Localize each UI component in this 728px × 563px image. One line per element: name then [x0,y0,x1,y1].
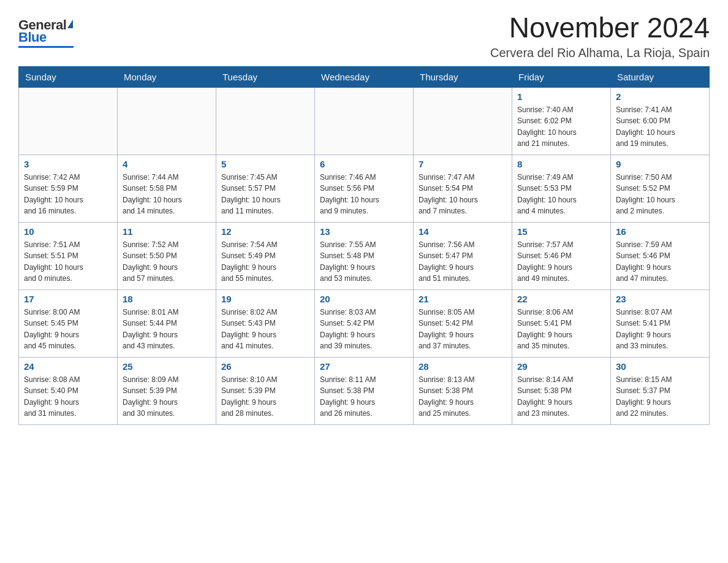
day-number: 14 [419,226,507,237]
calendar-cell: 30Sunrise: 8:15 AM Sunset: 5:37 PM Dayli… [611,357,710,424]
calendar-cell: 2Sunrise: 7:41 AM Sunset: 6:00 PM Daylig… [611,87,710,155]
calendar-cell: 1Sunrise: 7:40 AM Sunset: 6:02 PM Daylig… [512,87,611,155]
day-number: 3 [24,159,112,169]
day-info: Sunrise: 8:01 AM Sunset: 5:44 PM Dayligh… [123,307,211,352]
calendar-cell [216,87,315,155]
day-number: 18 [123,294,211,304]
calendar-cell: 14Sunrise: 7:56 AM Sunset: 5:47 PM Dayli… [414,222,512,289]
calendar-cell: 25Sunrise: 8:09 AM Sunset: 5:39 PM Dayli… [118,357,216,424]
calendar-cell: 23Sunrise: 8:07 AM Sunset: 5:41 PM Dayli… [611,289,710,357]
day-info: Sunrise: 8:09 AM Sunset: 5:39 PM Dayligh… [123,374,211,419]
day-number: 4 [123,159,211,169]
day-number: 9 [616,159,704,169]
calendar-header: SundayMondayTuesdayWednesdayThursdayFrid… [19,66,710,87]
calendar-cell [118,87,216,155]
day-number: 29 [517,361,605,372]
day-info: Sunrise: 8:14 AM Sunset: 5:38 PM Dayligh… [517,374,605,419]
day-info: Sunrise: 7:56 AM Sunset: 5:47 PM Dayligh… [419,239,507,285]
day-number: 6 [320,159,408,169]
day-number: 21 [419,294,507,304]
calendar-cell: 11Sunrise: 7:52 AM Sunset: 5:50 PM Dayli… [118,222,216,289]
day-info: Sunrise: 7:46 AM Sunset: 5:56 PM Dayligh… [320,172,408,217]
day-number: 26 [221,361,309,372]
day-info: Sunrise: 7:50 AM Sunset: 5:52 PM Dayligh… [616,172,704,217]
day-header-saturday: Saturday [611,66,710,87]
calendar-cell: 7Sunrise: 7:47 AM Sunset: 5:54 PM Daylig… [414,155,512,222]
month-title: November 2024 [490,12,710,44]
day-number: 25 [123,361,211,372]
calendar-cell [19,87,118,155]
day-number: 16 [616,226,704,237]
logo: General Blue [18,18,74,48]
day-header-row: SundayMondayTuesdayWednesdayThursdayFrid… [19,66,710,87]
calendar-cell [315,87,414,155]
day-header-thursday: Thursday [414,66,512,87]
calendar-week-5: 24Sunrise: 8:08 AM Sunset: 5:40 PM Dayli… [19,357,710,424]
day-info: Sunrise: 8:07 AM Sunset: 5:41 PM Dayligh… [616,307,704,352]
day-info: Sunrise: 8:05 AM Sunset: 5:42 PM Dayligh… [419,307,507,352]
day-number: 22 [517,294,605,304]
calendar-cell: 18Sunrise: 8:01 AM Sunset: 5:44 PM Dayli… [118,289,216,357]
day-info: Sunrise: 8:13 AM Sunset: 5:38 PM Dayligh… [419,374,507,419]
page-header: General Blue November 2024 Cervera del R… [18,12,710,60]
day-header-tuesday: Tuesday [216,66,315,87]
day-number: 20 [320,294,408,304]
calendar-week-1: 1Sunrise: 7:40 AM Sunset: 6:02 PM Daylig… [19,87,710,155]
day-number: 24 [24,361,112,372]
day-info: Sunrise: 7:54 AM Sunset: 5:49 PM Dayligh… [221,239,309,285]
day-info: Sunrise: 7:41 AM Sunset: 6:00 PM Dayligh… [616,104,704,150]
calendar-cell: 27Sunrise: 8:11 AM Sunset: 5:38 PM Dayli… [315,357,414,424]
day-header-sunday: Sunday [19,66,118,87]
day-info: Sunrise: 7:47 AM Sunset: 5:54 PM Dayligh… [419,172,507,217]
day-number: 13 [320,226,408,237]
title-area: November 2024 Cervera del Rio Alhama, La… [490,12,710,60]
day-info: Sunrise: 8:11 AM Sunset: 5:38 PM Dayligh… [320,374,408,419]
calendar-cell: 12Sunrise: 7:54 AM Sunset: 5:49 PM Dayli… [216,222,315,289]
calendar-body: 1Sunrise: 7:40 AM Sunset: 6:02 PM Daylig… [19,87,710,424]
day-info: Sunrise: 8:08 AM Sunset: 5:40 PM Dayligh… [24,374,112,419]
calendar-cell: 26Sunrise: 8:10 AM Sunset: 5:39 PM Dayli… [216,357,315,424]
day-header-wednesday: Wednesday [315,66,414,87]
day-info: Sunrise: 8:15 AM Sunset: 5:37 PM Dayligh… [616,374,704,419]
calendar-cell: 21Sunrise: 8:05 AM Sunset: 5:42 PM Dayli… [414,289,512,357]
calendar-cell: 8Sunrise: 7:49 AM Sunset: 5:53 PM Daylig… [512,155,611,222]
day-info: Sunrise: 7:45 AM Sunset: 5:57 PM Dayligh… [221,172,309,217]
calendar-cell: 3Sunrise: 7:42 AM Sunset: 5:59 PM Daylig… [19,155,118,222]
day-info: Sunrise: 7:42 AM Sunset: 5:59 PM Dayligh… [24,172,112,217]
calendar-cell: 15Sunrise: 7:57 AM Sunset: 5:46 PM Dayli… [512,222,611,289]
day-info: Sunrise: 7:55 AM Sunset: 5:48 PM Dayligh… [320,239,408,285]
calendar-cell: 6Sunrise: 7:46 AM Sunset: 5:56 PM Daylig… [315,155,414,222]
day-info: Sunrise: 8:06 AM Sunset: 5:41 PM Dayligh… [517,307,605,352]
day-info: Sunrise: 8:03 AM Sunset: 5:42 PM Dayligh… [320,307,408,352]
day-info: Sunrise: 8:10 AM Sunset: 5:39 PM Dayligh… [221,374,309,419]
logo-underline [18,46,74,48]
day-number: 1 [517,91,605,102]
calendar-cell: 17Sunrise: 8:00 AM Sunset: 5:45 PM Dayli… [19,289,118,357]
calendar-cell: 16Sunrise: 7:59 AM Sunset: 5:46 PM Dayli… [611,222,710,289]
calendar-cell: 4Sunrise: 7:44 AM Sunset: 5:58 PM Daylig… [118,155,216,222]
day-number: 7 [419,159,507,169]
calendar-cell: 22Sunrise: 8:06 AM Sunset: 5:41 PM Dayli… [512,289,611,357]
logo-blue-text: Blue [18,31,47,44]
calendar-cell: 24Sunrise: 8:08 AM Sunset: 5:40 PM Dayli… [19,357,118,424]
calendar-cell: 9Sunrise: 7:50 AM Sunset: 5:52 PM Daylig… [611,155,710,222]
day-header-monday: Monday [118,66,216,87]
day-info: Sunrise: 7:40 AM Sunset: 6:02 PM Dayligh… [517,104,605,150]
day-info: Sunrise: 8:02 AM Sunset: 5:43 PM Dayligh… [221,307,309,352]
calendar-week-2: 3Sunrise: 7:42 AM Sunset: 5:59 PM Daylig… [19,155,710,222]
calendar-cell: 19Sunrise: 8:02 AM Sunset: 5:43 PM Dayli… [216,289,315,357]
calendar-week-4: 17Sunrise: 8:00 AM Sunset: 5:45 PM Dayli… [19,289,710,357]
day-number: 30 [616,361,704,372]
day-number: 27 [320,361,408,372]
day-number: 8 [517,159,605,169]
calendar-table: SundayMondayTuesdayWednesdayThursdayFrid… [18,66,710,425]
day-number: 23 [616,294,704,304]
calendar-cell: 28Sunrise: 8:13 AM Sunset: 5:38 PM Dayli… [414,357,512,424]
day-info: Sunrise: 7:59 AM Sunset: 5:46 PM Dayligh… [616,239,704,285]
calendar-cell: 10Sunrise: 7:51 AM Sunset: 5:51 PM Dayli… [19,222,118,289]
calendar-cell: 20Sunrise: 8:03 AM Sunset: 5:42 PM Dayli… [315,289,414,357]
day-number: 17 [24,294,112,304]
day-info: Sunrise: 7:51 AM Sunset: 5:51 PM Dayligh… [24,239,112,285]
day-info: Sunrise: 7:52 AM Sunset: 5:50 PM Dayligh… [123,239,211,285]
calendar-cell [414,87,512,155]
